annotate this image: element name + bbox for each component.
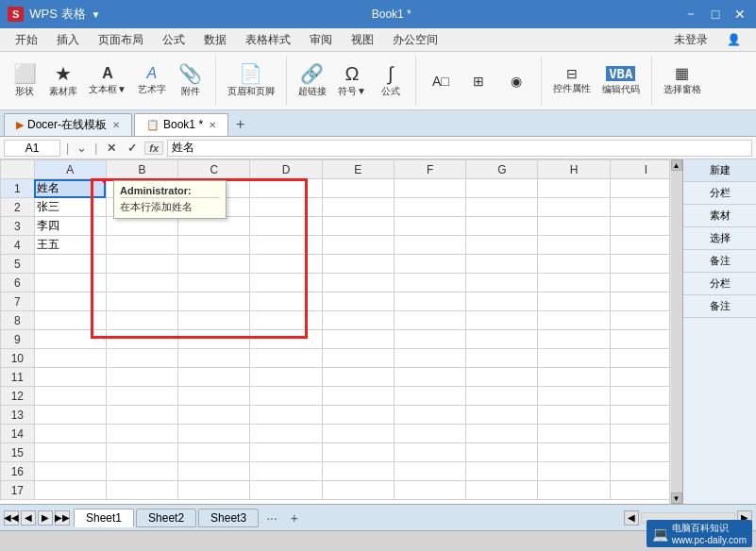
cell-3-6[interactable] [394,217,465,236]
cell-9-7[interactable] [466,330,538,349]
cell-7-1[interactable] [34,292,106,311]
menu-table-style[interactable]: 表格样式 [238,30,298,50]
cell-13-8[interactable] [538,406,610,425]
hyperlink-tool[interactable]: 🔗 超链接 [294,58,330,105]
cell-7-3[interactable] [178,292,250,311]
shape-op1[interactable]: A□ [424,58,458,105]
cell-17-1[interactable] [34,481,106,500]
cell-5-5[interactable] [322,255,394,274]
cell-13-2[interactable] [106,406,177,425]
cell-14-7[interactable] [466,425,538,443]
col-header-G[interactable]: G [466,160,538,179]
select-pane[interactable]: ▦ 选择窗格 [660,58,705,105]
edit-code[interactable]: VBA 编辑代码 [598,58,644,105]
tab-book1-close[interactable]: ✕ [209,120,216,130]
row-header-12[interactable]: 12 [1,387,35,406]
cell-4-8[interactable] [538,236,610,255]
col-header-E[interactable]: E [322,160,394,179]
row-header-13[interactable]: 13 [1,406,35,425]
row-header-7[interactable]: 7 [1,292,35,311]
cell-1-1[interactable]: 姓名 [34,179,106,198]
cell-3-1[interactable]: 李四 [34,217,106,236]
cell-14-5[interactable] [322,425,394,443]
cell-1-4[interactable] [250,179,322,198]
menu-layout[interactable]: 页面布局 [91,30,151,50]
nav-next[interactable]: ▶ [38,510,53,526]
cell-3-8[interactable] [538,217,610,236]
cell-2-6[interactable] [394,198,465,217]
cell-13-6[interactable] [394,406,465,425]
tab-docer[interactable]: ▶ Docer-在线模板 ✕ [4,113,132,136]
cell-5-8[interactable] [538,255,610,274]
maximize-button[interactable]: □ [707,6,724,23]
material-tool[interactable]: ★ 素材库 [45,58,81,105]
cell-13-5[interactable] [322,406,394,425]
attachment-tool[interactable]: 📎 附件 [174,58,208,105]
cell-6-8[interactable] [538,274,610,292]
col-header-C[interactable]: C [178,160,250,179]
nav-first[interactable]: ◀◀ [4,510,19,526]
cell-5-1[interactable] [34,255,106,274]
cell-17-7[interactable] [466,481,538,500]
cell-6-1[interactable] [34,274,106,292]
cell-1-7[interactable] [466,179,538,198]
row-header-16[interactable]: 16 [1,462,35,481]
cell-11-3[interactable] [178,368,250,387]
row-header-8[interactable]: 8 [1,311,35,330]
cell-8-7[interactable] [466,311,538,330]
confirm-formula-icon[interactable]: ✓ [124,142,141,155]
col-header-F[interactable]: F [394,160,465,179]
cell-12-7[interactable] [466,387,538,406]
cell-7-4[interactable] [250,292,322,311]
row-header-4[interactable]: 4 [1,236,35,255]
cell-9-4[interactable] [250,330,322,349]
sheet-add-button[interactable]: ··· [260,509,283,527]
cell-12-4[interactable] [250,387,322,406]
cell-16-4[interactable] [250,462,322,481]
cell-4-3[interactable] [178,236,250,255]
hscroll-left[interactable]: ◀ [624,510,639,526]
cell-16-8[interactable] [538,462,610,481]
shape-op2[interactable]: ⊞ [462,58,496,105]
cell-10-2[interactable] [106,349,177,368]
cell-7-5[interactable] [322,292,394,311]
cell-8-3[interactable] [178,311,250,330]
cell-16-7[interactable] [466,462,538,481]
tab-add-button[interactable]: + [230,113,250,136]
cell-13-1[interactable] [34,406,106,425]
menu-review[interactable]: 审阅 [302,30,340,50]
col-header-A[interactable]: A [34,160,106,179]
cell-17-5[interactable] [322,481,394,500]
sidebar-columns[interactable]: 分栏 [683,182,756,205]
cell-1-5[interactable] [322,179,394,198]
row-header-17[interactable]: 17 [1,481,35,500]
menu-view[interactable]: 视图 [344,30,381,50]
cell-6-3[interactable] [178,274,250,292]
cell-9-5[interactable] [322,330,394,349]
cell-4-5[interactable] [322,236,394,255]
cell-16-1[interactable] [34,462,106,481]
sidebar-select[interactable]: 选择 [683,227,756,250]
col-header-H[interactable]: H [538,160,610,179]
cell-4-2[interactable] [106,236,177,255]
cell-15-6[interactable] [394,443,465,462]
nav-last[interactable]: ▶▶ [55,510,70,526]
cell-9-3[interactable] [178,330,250,349]
sheet-tab-1[interactable]: Sheet1 [74,509,134,527]
cell-9-2[interactable] [106,330,177,349]
cell-8-5[interactable] [322,311,394,330]
row-header-3[interactable]: 3 [1,217,35,236]
cell-9-1[interactable] [34,330,106,349]
cell-10-8[interactable] [538,349,610,368]
cell-11-7[interactable] [466,368,538,387]
cell-15-8[interactable] [538,443,610,462]
cell-8-6[interactable] [394,311,465,330]
cell-14-2[interactable] [106,425,177,443]
cell-7-7[interactable] [466,292,538,311]
nav-prev[interactable]: ◀ [21,510,36,526]
vertical-scrollbar[interactable]: ▲ ▼ [669,159,682,504]
formula-input[interactable] [167,140,752,157]
row-header-14[interactable]: 14 [1,425,35,443]
sidebar-columns2[interactable]: 分栏 [683,273,756,295]
row-header-9[interactable]: 9 [1,330,35,349]
